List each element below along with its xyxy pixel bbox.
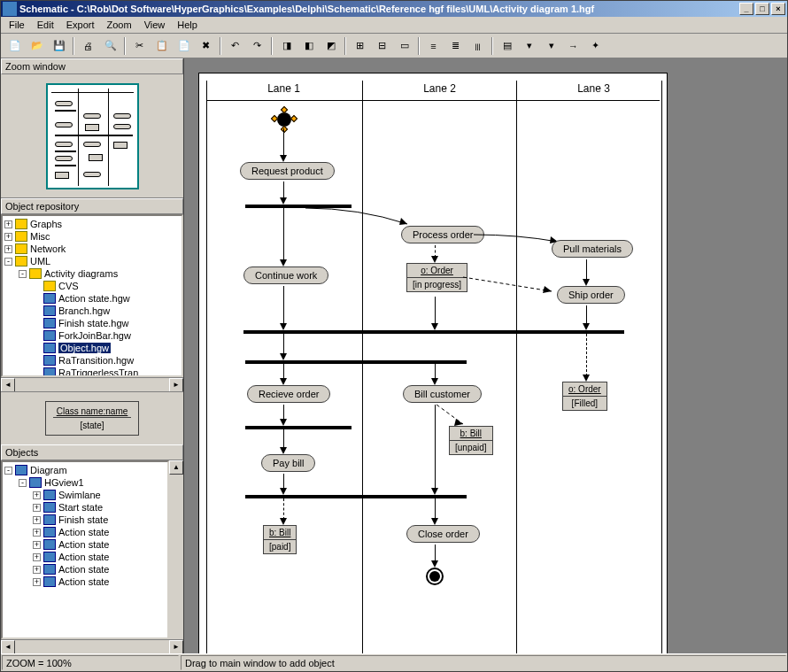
activity-recieve-order[interactable]: Recieve order — [247, 385, 330, 403]
repository-tree[interactable]: +Graphs+Misc+Network-UML-Activity diagra… — [1, 214, 183, 377]
tree-label[interactable]: Finish state — [58, 514, 108, 525]
activity-pull-materials[interactable]: Pull materials — [552, 240, 633, 258]
pick-button[interactable]: ✦ — [585, 36, 606, 56]
start-state[interactable] — [277, 112, 291, 127]
objects-tree[interactable]: -Diagram-HGview1+Swimlane+Start state+Fi… — [1, 460, 169, 639]
paste-button[interactable]: 📄 — [174, 36, 194, 56]
tree-label[interactable]: Branch.hgw — [58, 305, 110, 316]
scroll-right-button-2[interactable]: ► — [169, 640, 183, 653]
objects-scrollbar[interactable]: ◄ ► — [1, 639, 183, 653]
dropdown-2[interactable]: ▾ — [541, 36, 561, 56]
select-button[interactable]: ▭ — [394, 36, 414, 56]
menu-file[interactable]: File — [3, 18, 31, 32]
menu-view[interactable]: View — [138, 18, 172, 32]
tree-item[interactable]: Action state.hgw — [4, 292, 180, 305]
align-2-button[interactable]: ≣ — [445, 36, 466, 56]
tree-label[interactable]: RaTransition.hgw — [58, 355, 134, 366]
save-button[interactable]: 💾 — [49, 36, 69, 56]
delete-button[interactable]: ✖ — [196, 36, 216, 56]
close-button[interactable]: × — [771, 3, 785, 15]
tree-label[interactable]: Activity diagrams — [44, 268, 118, 279]
canvas-area[interactable]: Lane 1 Lane 2 Lane 3 Request product Con… — [184, 58, 787, 653]
arrow-button[interactable]: → — [563, 36, 583, 56]
print-button[interactable]: 🖨 — [78, 36, 98, 56]
tree-label[interactable]: UML — [30, 256, 50, 266]
tree-label[interactable]: Object.hgw — [58, 343, 111, 353]
tree-toggle[interactable]: + — [33, 553, 41, 561]
align-1-button[interactable]: ≡ — [423, 36, 444, 56]
tree-item[interactable]: +Action state — [4, 551, 166, 563]
zoom-thumbnail[interactable] — [46, 83, 139, 189]
activity-request-product[interactable]: Request product — [240, 162, 335, 180]
tree-label[interactable]: Swimlane — [58, 490, 101, 500]
tree-toggle[interactable]: - — [4, 258, 12, 266]
redo-button[interactable]: ↷ — [247, 36, 267, 56]
open-button[interactable]: 📂 — [27, 36, 47, 56]
tree-item[interactable]: Object.hgw — [4, 342, 180, 354]
copy-button[interactable]: 📋 — [151, 36, 172, 56]
menu-help[interactable]: Help — [171, 18, 204, 32]
tree-label[interactable]: Graphs — [30, 219, 62, 229]
object-bill-paid[interactable]: b: Bill [paid] — [263, 525, 297, 554]
tree-item[interactable]: Finish state.hgw — [4, 317, 180, 329]
tree-label[interactable]: Action state — [58, 539, 109, 550]
tree-item[interactable]: -HGview1 — [4, 476, 166, 489]
tree-toggle[interactable]: + — [33, 529, 41, 537]
menu-zoom[interactable]: Zoom — [101, 18, 138, 32]
preview-button[interactable]: 🔍 — [100, 36, 120, 56]
snap-button[interactable]: ⊟ — [372, 36, 392, 56]
cut-button[interactable]: ✂ — [129, 36, 150, 56]
activity-process-order[interactable]: Process order — [401, 226, 484, 243]
tree-item[interactable]: +Misc — [4, 230, 180, 243]
tree-item[interactable]: +Action state — [4, 575, 166, 588]
tree-toggle[interactable]: + — [33, 578, 41, 586]
tree-item[interactable]: CVS — [4, 280, 180, 292]
maximize-button[interactable]: □ — [755, 3, 769, 15]
object-order-progress[interactable]: o: Order [in progress] — [406, 263, 467, 292]
scroll-right-button[interactable]: ► — [169, 378, 183, 391]
activity-ship-order[interactable]: Ship order — [557, 286, 625, 304]
tree-item[interactable]: +Start state — [4, 501, 166, 514]
undo-button[interactable]: ↶ — [225, 36, 245, 56]
tree-toggle[interactable]: + — [4, 233, 12, 241]
new-button[interactable]: 📄 — [4, 36, 25, 56]
menu-export[interactable]: Export — [60, 18, 101, 32]
tree-item[interactable]: +Action state — [4, 538, 166, 551]
tree-label[interactable]: Diagram — [30, 465, 67, 475]
repo-scrollbar[interactable]: ◄ ► — [1, 377, 183, 391]
tree-toggle[interactable]: + — [33, 566, 41, 574]
tree-item[interactable]: ForkJoinBar.hgw — [4, 329, 180, 342]
tree-toggle[interactable]: + — [33, 541, 41, 549]
tree-label[interactable]: Action state.hgw — [58, 293, 130, 304]
lane-1-header[interactable]: Lane 1 — [206, 82, 361, 95]
fork-bar-2[interactable] — [245, 360, 467, 364]
tree-label[interactable]: Action state — [58, 576, 109, 587]
join-bar-1[interactable] — [243, 330, 624, 334]
tree-label[interactable]: Finish state.hgw — [58, 318, 128, 328]
tree-toggle[interactable]: + — [4, 245, 12, 253]
tree-item[interactable]: +Action state — [4, 563, 166, 575]
tree-item[interactable]: -UML — [4, 255, 180, 267]
finish-state[interactable] — [426, 568, 444, 585]
activity-continue-work[interactable]: Continue work — [243, 266, 328, 284]
objects-vscroll[interactable]: ▲ — [169, 460, 183, 639]
tool-1-button[interactable]: ◨ — [276, 36, 297, 56]
tree-label[interactable]: CVS — [58, 281, 79, 291]
tree-toggle[interactable]: + — [33, 516, 41, 524]
menu-edit[interactable]: Edit — [31, 18, 60, 32]
align-3-button[interactable]: ⫼ — [467, 36, 488, 56]
tool-2-button[interactable]: ◧ — [298, 36, 319, 56]
tree-label[interactable]: Action state — [58, 527, 109, 537]
scroll-up-button[interactable]: ▲ — [169, 460, 183, 475]
grid-button[interactable]: ⊞ — [350, 36, 370, 56]
tree-item[interactable]: Branch.hgw — [4, 305, 180, 317]
scroll-left-button[interactable]: ◄ — [1, 378, 15, 391]
tree-item[interactable]: +Network — [4, 243, 180, 255]
tree-toggle[interactable]: + — [33, 491, 41, 499]
lane-3-header[interactable]: Lane 3 — [516, 82, 671, 95]
lane-2-header[interactable]: Lane 2 — [362, 82, 517, 95]
zoom-window[interactable] — [1, 74, 183, 198]
tree-toggle[interactable]: - — [19, 270, 27, 278]
object-preview[interactable]: Class name:name [state] — [45, 401, 140, 436]
tree-toggle[interactable]: - — [19, 479, 27, 487]
